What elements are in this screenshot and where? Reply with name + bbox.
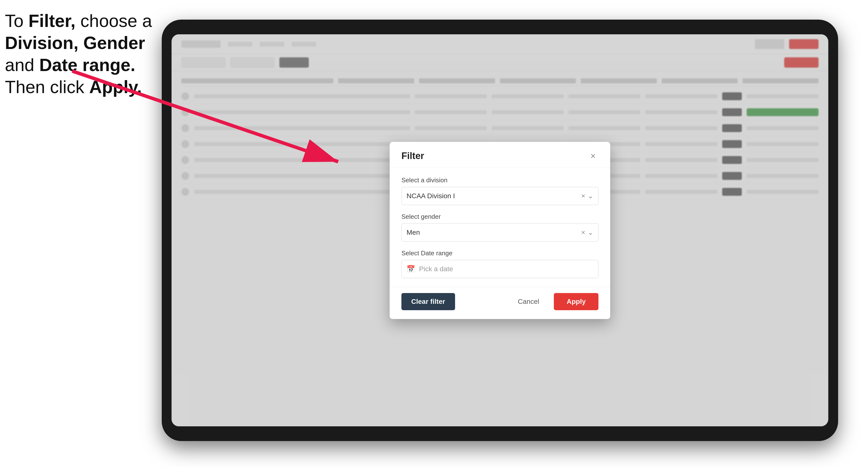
calendar-icon: 📅 <box>407 265 415 273</box>
date-placeholder: Pick a date <box>419 265 453 273</box>
gender-clear-icon[interactable]: × <box>581 228 585 237</box>
division-select[interactable]: NCAA Division I × ⌄ <box>401 187 598 205</box>
division-select-icons: × ⌄ <box>581 192 593 200</box>
tablet-frame: Filter × Select a division NCAA Division… <box>162 20 838 441</box>
division-chevron-icon: ⌄ <box>588 192 593 200</box>
gender-chevron-icon: ⌄ <box>588 228 593 237</box>
date-range-input[interactable]: 📅 Pick a date <box>401 260 598 278</box>
date-range-bold: Date range. <box>39 55 135 75</box>
division-label: Select a division <box>401 177 598 184</box>
division-value: NCAA Division I <box>407 192 581 200</box>
gender-select-icons: × ⌄ <box>581 228 593 237</box>
gender-select[interactable]: Men × ⌄ <box>401 223 598 242</box>
tablet-screen: Filter × Select a division NCAA Division… <box>172 34 828 426</box>
gender-value: Men <box>407 228 581 237</box>
date-range-form-group: Select Date range 📅 Pick a date <box>401 249 598 278</box>
apply-bold: Apply. <box>89 77 142 97</box>
instruction-text: To Filter, choose a Division, Gender and… <box>5 10 157 98</box>
modal-footer: Clear filter Cancel Apply <box>390 287 610 319</box>
division-select-wrapper: NCAA Division I × ⌄ <box>401 187 598 205</box>
modal-overlay: Filter × Select a division NCAA Division… <box>172 34 828 426</box>
filter-modal: Filter × Select a division NCAA Division… <box>390 142 610 319</box>
filter-bold: Filter, <box>28 11 75 31</box>
division-form-group: Select a division NCAA Division I × ⌄ <box>401 177 598 205</box>
date-range-label: Select Date range <box>401 249 598 257</box>
modal-close-button[interactable]: × <box>588 151 598 161</box>
modal-body: Select a division NCAA Division I × ⌄ <box>390 167 610 287</box>
gender-select-wrapper: Men × ⌄ <box>401 223 598 242</box>
modal-header: Filter × <box>390 142 610 167</box>
gender-label: Select gender <box>401 213 598 220</box>
modal-title: Filter <box>401 151 424 161</box>
apply-button[interactable]: Apply <box>554 293 598 310</box>
clear-filter-button[interactable]: Clear filter <box>401 293 455 310</box>
division-gender-bold: Division, Gender <box>5 33 145 53</box>
division-clear-icon[interactable]: × <box>581 192 585 200</box>
footer-right: Cancel Apply <box>508 293 598 310</box>
gender-form-group: Select gender Men × ⌄ <box>401 213 598 242</box>
cancel-button[interactable]: Cancel <box>508 293 549 310</box>
